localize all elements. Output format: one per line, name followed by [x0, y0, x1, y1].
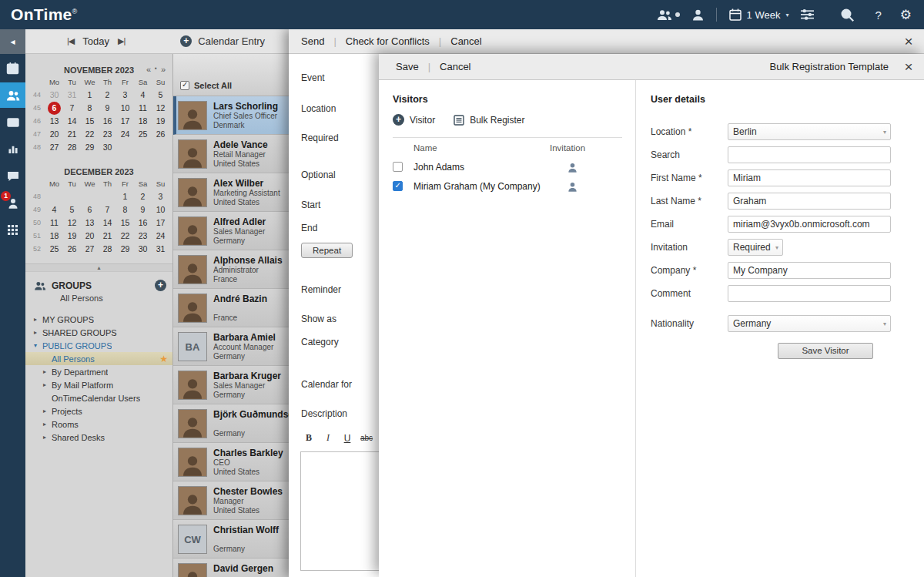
- day-cell[interactable]: 6: [81, 203, 99, 216]
- day-cell[interactable]: 21: [99, 230, 116, 243]
- person-row[interactable]: BA Barbara Amiel Account Manager Germany: [173, 327, 289, 366]
- save-visitor-button[interactable]: Save Visitor: [778, 343, 873, 359]
- day-cell[interactable]: 31: [63, 89, 81, 102]
- day-cell[interactable]: 29: [81, 141, 99, 154]
- person-row[interactable]: Björk Guðmundsdó Germany: [173, 404, 289, 443]
- day-cell[interactable]: 2: [99, 89, 116, 102]
- day-cell[interactable]: 27: [81, 243, 99, 256]
- day-cell[interactable]: 5: [152, 89, 169, 102]
- cancel-button[interactable]: Cancel: [450, 35, 481, 47]
- person-row[interactable]: Alex Wilber Marketing Assistant United S…: [173, 173, 289, 212]
- person-row[interactable]: Chester Bowles Manager United States: [173, 481, 289, 520]
- day-cell[interactable]: 21: [63, 128, 81, 141]
- person-row[interactable]: Lars Schorling Chief Sales Officer Denma…: [173, 96, 289, 135]
- collapse-sidebar-button[interactable]: ◂: [0, 29, 25, 54]
- group-item[interactable]: ▸ MY GROUPS: [25, 313, 172, 326]
- group-item[interactable]: All Persons ★: [25, 352, 172, 365]
- visitor-row[interactable]: John Adams: [379, 157, 635, 176]
- person-row[interactable]: David Gergen: [173, 559, 289, 577]
- day-cell[interactable]: 4: [134, 89, 152, 102]
- day-cell[interactable]: 4: [45, 203, 63, 216]
- day-cell[interactable]: 14: [63, 115, 81, 128]
- day-cell[interactable]: 28: [99, 243, 116, 256]
- day-cell[interactable]: 26: [63, 243, 81, 256]
- prev-month-icon[interactable]: «: [146, 63, 151, 75]
- person-row[interactable]: CW Christian Wolff Germany: [173, 520, 289, 559]
- day-cell[interactable]: 24: [152, 230, 169, 243]
- sidebar-item-people[interactable]: [0, 82, 25, 108]
- group-item[interactable]: ▾ PUBLIC GROUPS: [25, 339, 172, 352]
- last-name-input[interactable]: [728, 193, 891, 210]
- person-row[interactable]: Barbara Kruger Sales Manager Germany: [173, 366, 289, 404]
- check-conflicts-button[interactable]: Check for Conflicts: [346, 35, 430, 47]
- skip-previous-icon[interactable]: |◀: [67, 36, 74, 46]
- save-button[interactable]: Save: [396, 61, 419, 72]
- visitor-checkbox[interactable]: [393, 181, 403, 191]
- day-cell[interactable]: 7: [99, 203, 116, 216]
- day-cell[interactable]: 19: [63, 230, 81, 243]
- first-name-input[interactable]: [728, 169, 891, 186]
- help-icon[interactable]: ?: [875, 8, 881, 22]
- view-settings-icon[interactable]: [801, 9, 814, 20]
- select-all-control[interactable]: Select All: [180, 81, 232, 90]
- group-item[interactable]: ▸ By Department: [25, 365, 172, 378]
- day-cell[interactable]: 18: [134, 115, 152, 128]
- group-item[interactable]: ▸ Projects: [25, 404, 172, 418]
- goto-today-icon[interactable]: ▪: [155, 62, 157, 75]
- day-cell[interactable]: 30: [99, 141, 116, 154]
- day-cell[interactable]: 8: [81, 102, 99, 115]
- day-cell[interactable]: 27: [45, 141, 63, 154]
- day-cell[interactable]: 6: [48, 102, 61, 115]
- day-cell[interactable]: 8: [116, 203, 134, 216]
- day-cell[interactable]: 1: [116, 190, 134, 203]
- group-item[interactable]: ▸ Rooms: [25, 418, 172, 431]
- location-select[interactable]: Berlin ▾: [728, 123, 891, 140]
- day-cell[interactable]: 15: [116, 216, 134, 230]
- day-cell[interactable]: 31: [152, 243, 169, 256]
- visitor-checkbox[interactable]: [393, 162, 403, 172]
- person-row[interactable]: Alphonse Allais Administrator France: [173, 250, 289, 289]
- person-row[interactable]: Alfred Adler Sales Manager Germany: [173, 212, 289, 250]
- day-cell[interactable]: 3: [116, 89, 134, 102]
- day-cell[interactable]: 10: [116, 102, 134, 115]
- day-cell[interactable]: 7: [63, 102, 81, 115]
- day-cell[interactable]: 17: [152, 216, 169, 230]
- day-cell[interactable]: 19: [152, 115, 169, 128]
- day-cell[interactable]: 24: [116, 128, 134, 141]
- collapse-minicalendar-button[interactable]: ▴: [25, 263, 172, 272]
- sidebar-item-apps[interactable]: [0, 217, 25, 243]
- day-cell[interactable]: 9: [134, 203, 152, 216]
- day-cell[interactable]: 16: [134, 216, 152, 230]
- day-cell[interactable]: 11: [134, 102, 152, 115]
- sidebar-item-visitors[interactable]: 1: [0, 190, 25, 216]
- bold-button[interactable]: B: [300, 430, 317, 446]
- day-cell[interactable]: 3: [152, 190, 169, 203]
- visitor-row[interactable]: Miriam Graham (My Company): [379, 176, 635, 196]
- sidebar-item-mail[interactable]: [0, 109, 25, 135]
- group-item[interactable]: ▸ Shared Desks: [25, 431, 172, 444]
- day-cell[interactable]: 5: [63, 203, 81, 216]
- person-row[interactable]: André Bazin France: [173, 289, 289, 327]
- day-cell[interactable]: 20: [81, 230, 99, 243]
- day-cell[interactable]: 23: [99, 128, 116, 141]
- day-cell[interactable]: 30: [134, 243, 152, 256]
- add-group-icon[interactable]: +: [155, 280, 166, 291]
- comment-input[interactable]: [728, 285, 891, 302]
- cancel-button[interactable]: Cancel: [440, 61, 470, 72]
- day-cell[interactable]: 9: [99, 102, 116, 115]
- skip-next-icon[interactable]: ▶|: [118, 36, 125, 46]
- day-cell[interactable]: 22: [81, 128, 99, 141]
- day-cell[interactable]: 16: [99, 115, 116, 128]
- day-cell[interactable]: 10: [152, 203, 169, 216]
- search-icon[interactable]: [840, 8, 855, 22]
- repeat-button[interactable]: Repeat: [301, 243, 353, 258]
- person-row[interactable]: Adele Vance Retail Manager United States: [173, 135, 289, 173]
- day-cell[interactable]: 23: [134, 230, 152, 243]
- strikethrough-button[interactable]: abc: [358, 430, 375, 446]
- day-cell[interactable]: 13: [81, 216, 99, 230]
- day-cell[interactable]: 26: [152, 128, 169, 141]
- close-icon[interactable]: ×: [900, 33, 917, 50]
- view-selector[interactable]: 1 Week ▾: [729, 8, 789, 21]
- group-item[interactable]: ▸ By Mail Platform: [25, 378, 172, 391]
- day-cell[interactable]: 17: [116, 115, 134, 128]
